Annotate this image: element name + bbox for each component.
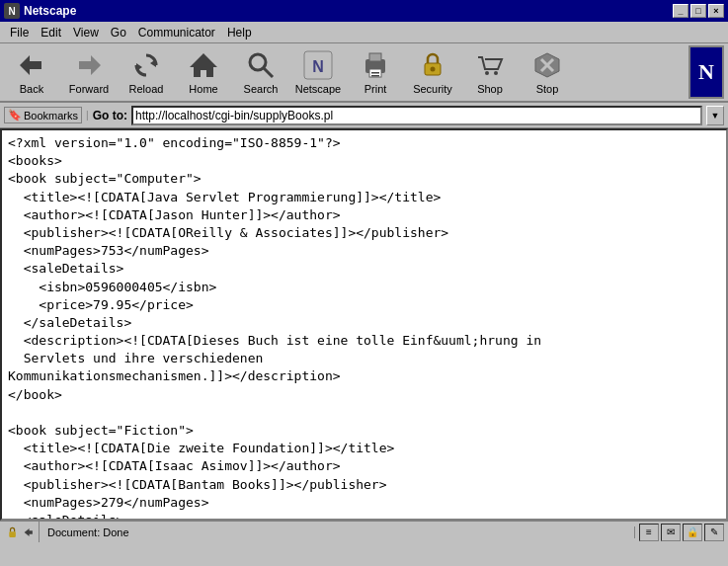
home-label: Home: [189, 83, 217, 95]
address-input[interactable]: [131, 106, 702, 125]
svg-marker-22: [25, 527, 33, 535]
shop-button[interactable]: Shop: [462, 45, 518, 99]
stop-button[interactable]: Stop: [520, 45, 575, 99]
bookmark-icon: 🔖: [8, 109, 22, 121]
menu-communicator[interactable]: Communicator: [132, 24, 221, 41]
netscape-logo-letter: N: [698, 59, 714, 85]
print-button[interactable]: Print: [348, 45, 403, 99]
svg-marker-4: [190, 53, 217, 77]
netscape-label: Netscape: [295, 83, 341, 95]
goto-label: Go to:: [93, 109, 127, 122]
menu-help[interactable]: Help: [221, 24, 258, 41]
home-button[interactable]: Home: [176, 45, 231, 99]
content-area[interactable]: <?xml version="1.0" encoding="ISO-8859-1…: [0, 128, 728, 521]
menu-file[interactable]: File: [4, 24, 35, 41]
status-icon-3: 🔒: [683, 524, 702, 541]
status-right-icons: ≡ ✉ 🔒 ✎: [635, 524, 728, 541]
security-icon: [417, 49, 448, 81]
netscape-title-icon: N: [4, 3, 20, 19]
svg-point-16: [485, 71, 489, 75]
svg-marker-1: [79, 55, 101, 75]
forward-label: Forward: [69, 83, 109, 95]
status-icon-2: ✉: [661, 524, 681, 541]
back-icon: [16, 49, 47, 81]
status-icon-4: ✎: [704, 524, 724, 541]
svg-rect-12: [371, 72, 379, 74]
netscape-logo: N: [688, 45, 724, 99]
bookmarks-label: Bookmarks: [24, 110, 78, 121]
status-arrow-icon: [23, 526, 33, 539]
svg-point-17: [494, 71, 498, 75]
reload-icon: [130, 49, 162, 81]
address-bar: 🔖 Bookmarks | Go to: ▼: [0, 103, 728, 128]
title-bar-left: N Netscape: [4, 3, 76, 19]
search-toolbar-icon: [245, 49, 277, 81]
close-button[interactable]: ×: [708, 4, 724, 18]
shop-label: Shop: [477, 83, 503, 95]
bookmarks-button[interactable]: 🔖 Bookmarks: [4, 107, 82, 123]
menu-go[interactable]: Go: [105, 24, 132, 41]
shop-icon: [474, 49, 506, 81]
svg-point-15: [431, 67, 436, 72]
divider-icon: |: [86, 110, 89, 121]
back-label: Back: [20, 83, 43, 95]
status-text: Document: Done: [40, 526, 635, 538]
toolbar: Back Forward Reload Home: [0, 43, 728, 103]
svg-point-5: [250, 54, 266, 70]
search-button[interactable]: Search: [233, 45, 288, 99]
search-label: Search: [244, 83, 279, 95]
menu-view[interactable]: View: [67, 24, 105, 41]
security-label: Security: [413, 83, 452, 95]
stop-label: Stop: [536, 83, 559, 95]
back-button[interactable]: Back: [4, 45, 59, 99]
svg-text:N: N: [312, 58, 324, 75]
print-label: Print: [364, 83, 387, 95]
xml-content: <?xml version="1.0" encoding="ISO-8859-1…: [8, 134, 720, 521]
forward-icon: [73, 49, 105, 81]
menu-bar: File Edit View Go Communicator Help: [0, 22, 728, 43]
maximize-button[interactable]: □: [690, 4, 706, 18]
home-icon: [188, 49, 219, 81]
security-button[interactable]: Security: [405, 45, 460, 99]
status-lock-icon: [6, 526, 19, 539]
svg-line-6: [264, 68, 273, 77]
minimize-button[interactable]: _: [673, 4, 688, 18]
status-bar: Document: Done ≡ ✉ 🔒 ✎: [0, 521, 728, 542]
svg-marker-2: [150, 59, 156, 67]
title-bar: N Netscape _ □ ×: [0, 0, 728, 22]
netscape-icon: N: [302, 49, 334, 81]
svg-rect-13: [371, 75, 379, 77]
svg-marker-0: [20, 55, 41, 75]
reload-button[interactable]: Reload: [119, 45, 174, 99]
reload-label: Reload: [129, 83, 164, 95]
menu-edit[interactable]: Edit: [35, 24, 67, 41]
netscape-button[interactable]: N Netscape: [290, 45, 346, 99]
svg-marker-3: [136, 63, 142, 71]
status-icon-1: ≡: [639, 524, 659, 541]
svg-rect-10: [369, 53, 381, 61]
stop-icon: [531, 49, 563, 81]
forward-button[interactable]: Forward: [61, 45, 117, 99]
status-left-icons: [0, 522, 40, 542]
print-icon: [360, 49, 391, 81]
title-bar-text: Netscape: [24, 4, 76, 18]
svg-rect-21: [9, 531, 16, 537]
address-dropdown[interactable]: ▼: [706, 106, 724, 125]
title-bar-buttons: _ □ ×: [673, 4, 724, 18]
